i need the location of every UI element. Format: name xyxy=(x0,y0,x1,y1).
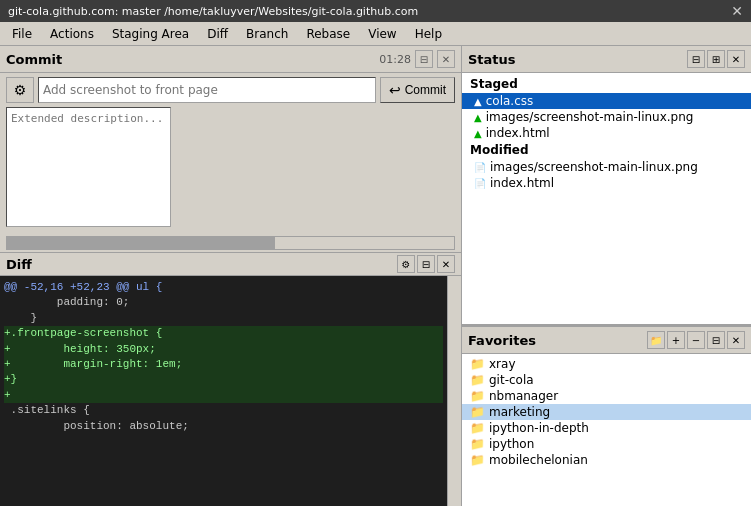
favorites-folder-icon[interactable]: 📁 xyxy=(647,331,665,349)
fav-item[interactable]: 📁 ipython-in-depth xyxy=(462,420,751,436)
commit-title: Commit xyxy=(6,52,62,67)
scrollbar-thumb xyxy=(7,237,275,249)
staged-label: Staged xyxy=(462,75,751,93)
favorites-title: Favorites xyxy=(468,333,536,348)
fav-item[interactable]: 📁 marketing xyxy=(462,404,751,420)
modified-icon: 📄 xyxy=(474,162,486,173)
diff-settings-icon[interactable]: ⊟ xyxy=(417,255,435,273)
favorites-close-icon[interactable]: ✕ xyxy=(727,331,745,349)
menu-help[interactable]: Help xyxy=(407,25,450,43)
close-button[interactable]: ✕ xyxy=(731,3,743,19)
diff-gear-icon[interactable]: ⚙ xyxy=(397,255,415,273)
status-list: Staged ▲ cola.css ▲ images/screenshot-ma… xyxy=(462,73,751,324)
add-icon: ▲ xyxy=(474,112,482,123)
staged-filename: cola.css xyxy=(486,94,534,108)
commit-close-icon[interactable]: ✕ xyxy=(437,50,455,68)
fav-item[interactable]: 📁 xray xyxy=(462,356,751,372)
diff-line: @@ -52,16 +52,23 @@ ul { xyxy=(4,280,443,295)
add-icon: ▲ xyxy=(474,96,482,107)
commit-message-input[interactable] xyxy=(38,77,376,103)
status-header-right: ⊟ ⊞ ✕ xyxy=(687,50,745,68)
menu-bar: File Actions Staging Area Diff Branch Re… xyxy=(0,22,751,46)
diff-section: Diff ⚙ ⊟ ✕ @@ -52,16 +52,23 @@ ul { padd… xyxy=(0,252,461,506)
staged-filename: index.html xyxy=(486,126,550,140)
fav-name: xray xyxy=(489,357,516,371)
folder-icon: 📁 xyxy=(470,405,485,419)
menu-staging[interactable]: Staging Area xyxy=(104,25,197,43)
status-grid-icon[interactable]: ⊞ xyxy=(707,50,725,68)
modified-file-item[interactable]: 📄 index.html xyxy=(462,175,751,191)
folder-icon: 📁 xyxy=(470,437,485,451)
diff-line: +} xyxy=(4,372,443,387)
favorites-settings-icon[interactable]: ⊟ xyxy=(707,331,725,349)
folder-icon: 📁 xyxy=(470,453,485,467)
folder-icon: 📁 xyxy=(470,421,485,435)
favorites-add-icon[interactable]: + xyxy=(667,331,685,349)
menu-diff[interactable]: Diff xyxy=(199,25,236,43)
diff-scrollbar[interactable] xyxy=(447,276,461,506)
commit-header-right: 01:28 ⊟ ✕ xyxy=(379,50,455,68)
diff-content-area: @@ -52,16 +52,23 @@ ul { padding: 0; } +… xyxy=(0,276,461,506)
favorites-minus-icon[interactable]: − xyxy=(687,331,705,349)
diff-line: +.frontpage-screenshot { xyxy=(4,326,443,341)
fav-name: git-cola xyxy=(489,373,534,387)
fav-item[interactable]: 📁 nbmanager xyxy=(462,388,751,404)
diff-line: + margin-right: 1em; xyxy=(4,357,443,372)
fav-name: ipython xyxy=(489,437,534,451)
fav-name: marketing xyxy=(489,405,550,419)
diff-line: position: absolute; xyxy=(4,419,443,434)
menu-file[interactable]: File xyxy=(4,25,40,43)
status-close-icon[interactable]: ✕ xyxy=(727,50,745,68)
staged-file-item[interactable]: ▲ index.html xyxy=(462,125,751,141)
commit-header: Commit 01:28 ⊟ ✕ xyxy=(0,46,461,73)
right-panel: Status ⊟ ⊞ ✕ Staged ▲ cola.css ▲ images/… xyxy=(462,46,751,506)
fav-item[interactable]: 📁 mobilechelonian xyxy=(462,452,751,468)
gear-button[interactable]: ⚙ xyxy=(6,77,34,103)
commit-button-label: Commit xyxy=(405,83,446,97)
diff-line: + xyxy=(4,388,443,403)
commit-time: 01:28 xyxy=(379,53,411,66)
commit-button-icon: ↩ xyxy=(389,82,401,98)
menu-view[interactable]: View xyxy=(360,25,404,43)
modified-file-item[interactable]: 📄 images/screenshot-main-linux.png xyxy=(462,159,751,175)
add-icon: ▲ xyxy=(474,128,482,139)
fav-item[interactable]: 📁 ipython xyxy=(462,436,751,452)
folder-icon: 📁 xyxy=(470,373,485,387)
staged-file-item[interactable]: ▲ cola.css xyxy=(462,93,751,109)
folder-icon: 📁 xyxy=(470,357,485,371)
favorites-header: Favorites 📁 + − ⊟ ✕ xyxy=(462,326,751,354)
favorites-list: 📁 xray 📁 git-cola 📁 nbmanager 📁 marketin… xyxy=(462,354,751,506)
fav-name: mobilechelonian xyxy=(489,453,588,467)
staged-file-item[interactable]: ▲ images/screenshot-main-linux.png xyxy=(462,109,751,125)
commit-settings-icon[interactable]: ⊟ xyxy=(415,50,433,68)
modified-filename: images/screenshot-main-linux.png xyxy=(490,160,698,174)
fav-name: ipython-in-depth xyxy=(489,421,589,435)
status-title: Status xyxy=(468,52,516,67)
menu-branch[interactable]: Branch xyxy=(238,25,296,43)
modified-filename: index.html xyxy=(490,176,554,190)
diff-title: Diff xyxy=(6,257,32,272)
description-textarea[interactable] xyxy=(6,107,171,227)
diff-header: Diff ⚙ ⊟ ✕ xyxy=(0,253,461,276)
commit-section: Commit 01:28 ⊟ ✕ ⚙ ↩ Commit xyxy=(0,46,461,252)
status-funnel-icon[interactable]: ⊟ xyxy=(687,50,705,68)
left-panel: Commit 01:28 ⊟ ✕ ⚙ ↩ Commit xyxy=(0,46,462,506)
fav-item[interactable]: 📁 git-cola xyxy=(462,372,751,388)
gear-icon: ⚙ xyxy=(14,82,27,98)
diff-content[interactable]: @@ -52,16 +52,23 @@ ul { padding: 0; } +… xyxy=(0,276,447,506)
description-scrollbar[interactable] xyxy=(6,236,455,250)
modified-icon: 📄 xyxy=(474,178,486,189)
diff-header-right: ⚙ ⊟ ✕ xyxy=(397,255,455,273)
window-title: git-cola.github.com: master /home/takluy… xyxy=(8,5,418,18)
favorites-header-right: 📁 + − ⊟ ✕ xyxy=(647,331,745,349)
status-section: Status ⊟ ⊞ ✕ Staged ▲ cola.css ▲ images/… xyxy=(462,46,751,326)
diff-close-icon[interactable]: ✕ xyxy=(437,255,455,273)
menu-actions[interactable]: Actions xyxy=(42,25,102,43)
main-container: Commit 01:28 ⊟ ✕ ⚙ ↩ Commit xyxy=(0,46,751,506)
menu-rebase[interactable]: Rebase xyxy=(298,25,358,43)
commit-button[interactable]: ↩ Commit xyxy=(380,77,455,103)
diff-line: } xyxy=(4,311,443,326)
diff-line: + height: 350px; xyxy=(4,342,443,357)
diff-line: padding: 0; xyxy=(4,295,443,310)
staged-filename: images/screenshot-main-linux.png xyxy=(486,110,694,124)
